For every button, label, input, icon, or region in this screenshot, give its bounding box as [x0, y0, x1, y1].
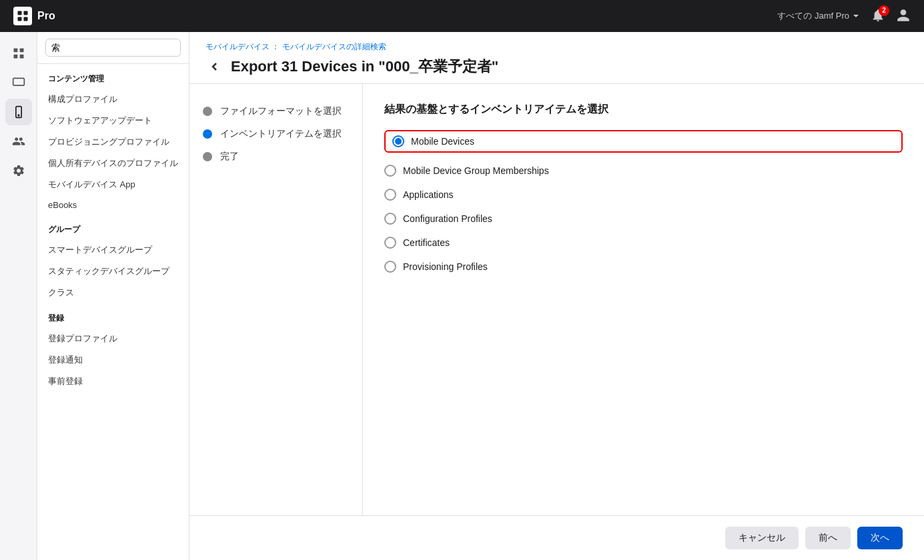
notification-badge: 2 [879, 5, 889, 16]
cancel-button[interactable]: キャンセル [725, 527, 799, 549]
sidebar-section-header: コンテンツ管理 [37, 64, 189, 89]
sidebar-item[interactable]: 登録通知 [37, 349, 189, 371]
content-panel: 結果の基盤とするインベントリアイテムを選択 Mobile DevicesMobi… [363, 84, 924, 515]
radio-item-0[interactable]: Mobile Devices [384, 130, 903, 153]
breadcrumb-separator: ： [272, 42, 282, 51]
main-content: モバイルデバイス ： モバイルデバイスの詳細検索 Export 31 Devic… [189, 32, 924, 560]
radio-label-3: Configuration Profiles [403, 213, 492, 224]
breadcrumb-page: モバイルデバイスの詳細検索 [282, 42, 386, 51]
top-nav: Pro すべての Jamf Pro 2 [0, 0, 924, 32]
breadcrumb: モバイルデバイス ： モバイルデバイスの詳細検索 [205, 41, 908, 53]
radio-label-0: Mobile Devices [411, 136, 474, 147]
logo-icon [13, 7, 32, 25]
radio-item-3[interactable]: Configuration Profiles [384, 213, 903, 225]
wizard-footer: キャンセル 前へ 次へ [189, 515, 924, 560]
icon-sidebar [0, 32, 37, 560]
step-dot-1 [203, 129, 212, 139]
radio-circle-3 [384, 213, 396, 225]
steps-panel: ファイルフォーマットを選択インベントリアイテムを選択完了 [189, 84, 363, 515]
step-item-1: インベントリアイテムを選択 [203, 123, 349, 145]
svg-rect-2 [18, 17, 22, 21]
user-button[interactable] [896, 8, 911, 25]
sidebar-item[interactable]: スマートデバイスグループ [37, 239, 189, 261]
svg-rect-6 [13, 55, 17, 59]
sidebar-item[interactable]: スタティックデバイスグループ [37, 261, 189, 282]
notification-button[interactable]: 2 [871, 8, 885, 25]
radio-circle-4 [384, 237, 396, 249]
app-title: Pro [37, 10, 55, 22]
sidebar-icon-mobile[interactable] [5, 99, 32, 125]
page-title-row: Export 31 Devices in "000_卒業予定者" [205, 57, 908, 77]
radio-circle-2 [384, 189, 396, 201]
step-dot-2 [203, 152, 212, 161]
sidebar-item[interactable]: 個人所有デバイスのプロファイル [37, 153, 189, 174]
sidebar-section-header: グループ [37, 215, 189, 239]
svg-rect-7 [19, 55, 23, 59]
radio-circle-5 [384, 261, 396, 273]
radio-circle-1 [384, 165, 396, 177]
radio-item-4[interactable]: Certificates [384, 237, 903, 249]
step-label-2: 完了 [220, 151, 239, 163]
sidebar-item[interactable]: モバイルデバイス App [37, 174, 189, 195]
sidebar-item[interactable]: eBooks [37, 195, 189, 215]
step-item-2: 完了 [203, 145, 349, 168]
svg-rect-5 [19, 49, 23, 53]
radio-label-5: Provisioning Profiles [403, 261, 488, 272]
sidebar-icon-settings[interactable] [5, 157, 32, 184]
svg-rect-8 [13, 78, 24, 85]
wizard-body: ファイルフォーマットを選択インベントリアイテムを選択完了 結果の基盤とするインベ… [189, 84, 924, 515]
sidebar-item[interactable]: 事前登録 [37, 371, 189, 392]
sidebar-icon-grid[interactable] [5, 40, 32, 67]
svg-rect-4 [13, 49, 17, 53]
back-button[interactable] [205, 57, 224, 76]
sidebar-item[interactable]: 構成プロファイル [37, 89, 189, 110]
section-title: 結果の基盤とするインベントリアイテムを選択 [384, 103, 903, 117]
left-sidebar: コンテンツ管理構成プロファイルソフトウェアアップデートプロビジョニングプロファイ… [37, 32, 189, 560]
radio-item-2[interactable]: Applications [384, 189, 903, 201]
radio-item-5[interactable]: Provisioning Profiles [384, 261, 903, 273]
sidebar-item[interactable]: プロビジョニングプロファイル [37, 131, 189, 153]
svg-rect-0 [18, 11, 22, 15]
svg-point-10 [18, 115, 19, 116]
radio-label-1: Mobile Device Group Memberships [403, 165, 549, 176]
step-label-1: インベントリアイテムを選択 [220, 128, 342, 140]
step-dot-0 [203, 107, 212, 116]
sidebar-item[interactable]: ソフトウェアアップデート [37, 110, 189, 131]
sidebar-icon-users[interactable] [5, 128, 32, 155]
svg-rect-1 [24, 11, 28, 15]
prev-button[interactable]: 前へ [805, 527, 851, 549]
sidebar-item[interactable]: 登録プロファイル [37, 328, 189, 349]
sidebar-icon-computer[interactable] [5, 69, 32, 96]
step-label-0: ファイルフォーマットを選択 [220, 105, 342, 117]
breadcrumb-section[interactable]: モバイルデバイス [205, 42, 270, 51]
radio-group: Mobile DevicesMobile Device Group Member… [384, 130, 903, 273]
radio-label-4: Certificates [403, 237, 450, 248]
sidebar-item[interactable]: クラス [37, 282, 189, 303]
sidebar-search-area [37, 32, 189, 64]
radio-circle-0 [392, 135, 404, 147]
jamf-pro-link[interactable]: すべての Jamf Pro [777, 10, 860, 22]
radio-label-2: Applications [403, 189, 454, 200]
next-button[interactable]: 次へ [857, 527, 903, 549]
svg-rect-3 [24, 17, 28, 21]
sidebar-search-input[interactable] [45, 39, 181, 57]
page-title: Export 31 Devices in "000_卒業予定者" [231, 57, 498, 77]
nav-left: Pro [13, 7, 55, 25]
sidebar-section-header: 登録 [37, 303, 189, 328]
radio-item-1[interactable]: Mobile Device Group Memberships [384, 165, 903, 177]
page-header: モバイルデバイス ： モバイルデバイスの詳細検索 Export 31 Devic… [189, 32, 924, 84]
app-body: コンテンツ管理構成プロファイルソフトウェアアップデートプロビジョニングプロファイ… [0, 32, 924, 560]
step-item-0: ファイルフォーマットを選択 [203, 100, 349, 123]
nav-right: すべての Jamf Pro 2 [777, 8, 911, 25]
